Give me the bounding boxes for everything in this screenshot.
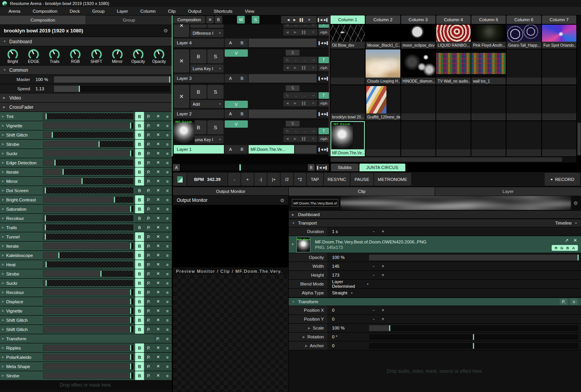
chevron-right-icon[interactable]: ▶: [0, 263, 6, 266]
chevron-right-icon[interactable]: ▶: [0, 365, 6, 368]
reverse-icon[interactable]: ◀: [287, 18, 290, 22]
clip-cell-gears-tall-happ[interactable]: Gears-Tall_Happ...: [506, 25, 541, 49]
effect-bypass-button[interactable]: B: [135, 297, 144, 306]
slider-thumb[interactable]: [58, 252, 59, 258]
layer-blendmode-select[interactable]: Luma Key I ▼: [190, 64, 224, 73]
menu-icon[interactable]: ≡: [163, 195, 172, 204]
effect-opacity-slider[interactable]: [43, 372, 134, 379]
chevron-right-icon[interactable]: ▶: [0, 198, 6, 201]
play-once-icon[interactable]: →: [303, 94, 307, 98]
metronome-icon[interactable]: [173, 173, 186, 186]
play-icon[interactable]: ▶: [294, 30, 296, 34]
master-slider[interactable]: [54, 76, 170, 83]
slider-thumb[interactable]: [130, 206, 131, 212]
composition-solo-button[interactable]: S: [252, 16, 259, 24]
play-once-icon[interactable]: →: [303, 129, 307, 133]
chevron-right-icon[interactable]: ▶: [0, 207, 6, 211]
effect-params-button[interactable]: P.: [144, 242, 153, 250]
effect-bypass-button[interactable]: B: [135, 251, 144, 260]
menu-arena[interactable]: Arena: [3, 8, 26, 15]
loop-icon[interactable]: ↻: [286, 129, 289, 133]
effect-bypass-button[interactable]: B: [135, 353, 144, 362]
chevron-right-icon[interactable]: ▶: [0, 133, 6, 137]
menu-view[interactable]: View: [239, 8, 260, 15]
menu-icon[interactable]: ≡: [163, 242, 172, 250]
param-slider[interactable]: [369, 343, 578, 349]
column-header-3[interactable]: Column 3: [401, 15, 435, 24]
effect-params-button[interactable]: P.: [144, 353, 153, 362]
clip-cell-moon-eclipse-dxv[interactable]: moon_eclipse_dxv: [401, 25, 435, 49]
slider-thumb[interactable]: [473, 343, 474, 349]
layer-transition-button[interactable]: T: [318, 128, 329, 134]
bpm-button-[interactable]: -: [228, 173, 241, 186]
layer-bypass-button[interactable]: B: [190, 85, 207, 99]
minus-button[interactable]: -: [369, 308, 378, 313]
clip-cell-wall-tvs-1[interactable]: wall tvs_1: [471, 49, 506, 84]
transport-mode-select[interactable]: Timeline: [555, 221, 572, 225]
channel-r-button[interactable]: R: [553, 246, 559, 250]
param-value[interactable]: 173: [332, 273, 339, 277]
param-value[interactable]: 0 °: [332, 335, 337, 339]
clip-cell-empty[interactable]: [506, 49, 541, 84]
bpm-button-[interactable]: -|: [254, 173, 267, 186]
clip-name-input[interactable]: [292, 199, 338, 207]
param-slider[interactable]: [369, 325, 578, 331]
effect-params-button[interactable]: P.: [144, 251, 153, 260]
slider-thumb[interactable]: [130, 308, 131, 314]
layer-ab-toggle[interactable]: A B: [225, 110, 248, 118]
record-button[interactable]: ● RECORD: [545, 173, 580, 186]
slider-thumb[interactable]: [169, 76, 170, 83]
effect-params-button[interactable]: P.: [144, 371, 153, 380]
layer-clear-button[interactable]: ✕: [174, 49, 189, 73]
effect-opacity-slider[interactable]: [43, 326, 134, 333]
ab-a-label[interactable]: A: [229, 41, 232, 45]
pause-icon[interactable]: ▌▌: [300, 18, 304, 22]
bounce-icon[interactable]: ↔: [294, 129, 298, 133]
menu-shortcuts[interactable]: Shortcuts: [208, 8, 238, 15]
effect-params-button[interactable]: P.: [144, 204, 153, 213]
effect-bypass-button[interactable]: B: [135, 204, 144, 213]
ab-b-label[interactable]: B: [241, 41, 243, 45]
effect-bypass-button[interactable]: B: [135, 316, 144, 324]
layer-transition-button[interactable]: T: [318, 92, 329, 99]
section-transport[interactable]: ▼ Transport Timeline ▼: [289, 219, 581, 227]
random-icon[interactable]: ✕: [312, 30, 315, 34]
dashboard-knob-trails[interactable]: Trails: [44, 48, 64, 64]
effect-bypass-button[interactable]: B: [135, 177, 144, 186]
slider-thumb[interactable]: [130, 243, 131, 249]
effect-remove-button[interactable]: ✕: [154, 325, 163, 334]
effect-params-button[interactable]: P.: [144, 297, 153, 306]
loop-icon[interactable]: ↻: [286, 24, 289, 27]
slider-thumb[interactable]: [389, 325, 390, 331]
clip-cell-empty[interactable]: [436, 121, 471, 156]
clip-cell-empty[interactable]: [330, 49, 365, 84]
dashboard-knob-bright[interactable]: Bright: [3, 48, 23, 64]
menu-icon[interactable]: ≡: [163, 177, 172, 186]
effect-bypass-button[interactable]: B: [135, 130, 144, 139]
effect-params-button[interactable]: P.: [144, 316, 153, 324]
effect-remove-button[interactable]: ✕: [154, 297, 163, 306]
param-value[interactable]: 0: [332, 343, 334, 348]
effect-params-button[interactable]: P.: [144, 186, 153, 195]
layer-bypass-button[interactable]: B: [190, 49, 207, 63]
crossfader-beatsnap[interactable]: ▌◀ ▶▌: [316, 164, 329, 171]
menu-icon[interactable]: ≡: [163, 269, 172, 278]
layer-ab-toggle[interactable]: A B: [225, 39, 248, 47]
layer-beatsnap[interactable]: ▌◀ ▶▌: [318, 145, 329, 154]
effect-params-button[interactable]: P.: [144, 325, 153, 334]
effect-opacity-slider[interactable]: [43, 169, 134, 175]
effect-remove-button[interactable]: ✕: [154, 140, 163, 149]
channel-a-button[interactable]: A: [571, 246, 576, 250]
bpm-button-metronome[interactable]: METRONOME: [374, 173, 411, 186]
effect-bypass-button[interactable]: B: [135, 214, 144, 223]
menu-column[interactable]: Column: [135, 8, 161, 15]
bpm-button-[interactable]: +: [241, 173, 254, 186]
slider-thumb[interactable]: [45, 215, 46, 221]
effect-params-button[interactable]: P.: [144, 177, 153, 186]
effect-params-button[interactable]: P.: [144, 195, 153, 204]
chevron-right-icon[interactable]: ▶: [0, 253, 6, 257]
chevron-right-icon[interactable]: ▶: [0, 115, 6, 118]
tab-composition[interactable]: Composition: [0, 15, 86, 24]
ab-a-label[interactable]: A: [229, 112, 232, 116]
clip-file-header[interactable]: ▼ MF Doom MF.Doom.The.Very.Best.of.Doom.…: [289, 236, 581, 253]
